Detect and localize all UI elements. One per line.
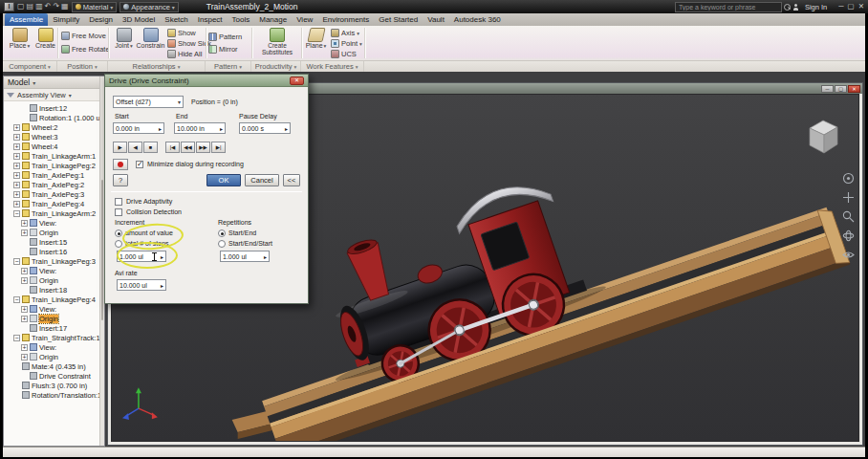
- go-to-end-button[interactable]: ▶|: [211, 142, 226, 153]
- drive-adaptivity-checkbox[interactable]: [115, 198, 122, 206]
- panel-label-work-features[interactable]: Work Features▾: [301, 61, 364, 72]
- collapse-icon[interactable]: −: [13, 335, 20, 341]
- tab-autodesk-360[interactable]: Autodesk 360: [449, 13, 506, 26]
- radio-total-of-steps[interactable]: total # of steps: [115, 238, 173, 249]
- tab-tools[interactable]: Tools: [228, 13, 255, 26]
- dialog-titlebar[interactable]: Drive (Drive Constraint) ✕: [105, 75, 308, 87]
- tree-item[interactable]: Rotation:1 (1.000 ul): [4, 113, 104, 122]
- search-input[interactable]: [675, 2, 782, 12]
- tree-item[interactable]: +Wheel:4: [4, 142, 104, 151]
- flyout-arrow-icon[interactable]: ▸: [161, 253, 163, 260]
- view-cube[interactable]: [801, 114, 845, 158]
- collapse-icon[interactable]: −: [13, 210, 20, 217]
- document-minimize-button[interactable]: ─: [821, 85, 834, 93]
- expand-icon[interactable]: +: [13, 163, 20, 169]
- save-icon[interactable]: ▥: [35, 2, 43, 11]
- pan-icon[interactable]: [842, 190, 855, 203]
- close-button[interactable]: ✕: [858, 1, 864, 12]
- expand-icon[interactable]: +: [21, 306, 28, 313]
- radio-start-end[interactable]: Start/End: [218, 228, 272, 238]
- material-dropdown[interactable]: Material ▾: [72, 2, 118, 12]
- browser-header[interactable]: Model ▾: [4, 76, 104, 89]
- panel-label-pattern[interactable]: Pattern▾: [206, 61, 251, 72]
- tree-item[interactable]: +Train_LinkageArm:1: [4, 151, 104, 161]
- collapse-icon[interactable]: −: [13, 296, 20, 303]
- expand-icon[interactable]: +: [21, 220, 28, 227]
- increment-value-input[interactable]: 1.000 ul▸: [117, 251, 166, 262]
- collapse-dialog-button[interactable]: <<: [283, 174, 300, 186]
- tree-item[interactable]: +Train_AxlePeg:3: [4, 189, 104, 199]
- tree-item[interactable]: −Train_LinkagePeg:3: [4, 256, 104, 266]
- maximize-button[interactable]: ▢: [848, 1, 855, 12]
- tree-item[interactable]: +Wheel:3: [4, 132, 104, 142]
- minimize-recording-checkbox[interactable]: [136, 161, 143, 168]
- tab-environments[interactable]: Environments: [317, 13, 374, 26]
- expand-icon[interactable]: +: [13, 172, 20, 179]
- offset-dropdown[interactable]: Offset (d27) ▾: [113, 96, 184, 108]
- tree-item[interactable]: Insert:17: [4, 323, 104, 333]
- tree-item[interactable]: −Train_StraightTrack:1: [4, 333, 104, 342]
- step-forward-button[interactable]: ▶▶: [196, 142, 210, 153]
- create-button[interactable]: Create: [33, 27, 58, 60]
- tree-item[interactable]: −Train_LinkageArm:2: [4, 208, 104, 218]
- pause-delay-input[interactable]: 0.000 s▸: [239, 122, 291, 134]
- tree-item[interactable]: Flush:3 (0.700 in): [4, 381, 104, 390]
- panel-label-relationships[interactable]: Relationships▾: [108, 61, 206, 72]
- sign-in-button[interactable]: Sign In: [805, 3, 827, 11]
- tab-design[interactable]: Design: [84, 13, 118, 26]
- ucs-button[interactable]: UCS: [331, 49, 357, 59]
- expand-icon[interactable]: +: [13, 124, 20, 131]
- avi-rate-input[interactable]: 10.000 ul▸: [117, 279, 166, 291]
- expand-icon[interactable]: +: [21, 316, 28, 322]
- app-logo-icon[interactable]: I: [4, 2, 14, 11]
- tree-item[interactable]: +View:: [4, 304, 104, 314]
- tree-item[interactable]: Mate:4 (0.435 in): [4, 361, 104, 371]
- play-reverse-button[interactable]: ◀: [128, 142, 142, 153]
- expand-icon[interactable]: +: [13, 153, 20, 160]
- play-forward-button[interactable]: ▶: [113, 142, 127, 153]
- zoom-icon[interactable]: [842, 209, 855, 222]
- orbit-icon[interactable]: [842, 229, 855, 241]
- record-button[interactable]: [113, 159, 128, 170]
- tab-assemble[interactable]: Assemble: [5, 13, 48, 26]
- tree-item[interactable]: Insert:15: [4, 237, 104, 247]
- tree-item[interactable]: +Train_AxlePeg:1: [4, 170, 104, 180]
- tree-item[interactable]: Insert:18: [4, 285, 104, 295]
- open-file-icon[interactable]: ▤: [27, 2, 34, 11]
- undo-icon[interactable]: ↶: [45, 2, 52, 11]
- dialog-close-icon[interactable]: ✕: [290, 76, 304, 85]
- start-input[interactable]: 0.000 in▸: [113, 122, 164, 134]
- expand-icon[interactable]: +: [13, 182, 20, 188]
- user-icon[interactable]: [792, 4, 799, 11]
- tree-item[interactable]: Insert:12: [4, 103, 104, 113]
- place-button[interactable]: Place▾: [7, 27, 33, 60]
- tree-item[interactable]: +Origin: [4, 228, 104, 237]
- tree-item[interactable]: Drive Constraint: [4, 371, 104, 381]
- expand-icon[interactable]: +: [13, 201, 20, 208]
- joint-button[interactable]: Joint▾: [111, 27, 137, 60]
- expand-icon[interactable]: +: [13, 191, 20, 198]
- redo-icon[interactable]: ↷: [53, 2, 59, 11]
- tree-item[interactable]: Rotation/Translation:1: [4, 390, 104, 400]
- hide-all-button[interactable]: Hide All: [167, 49, 202, 59]
- repetitions-value-input[interactable]: 1.000 ul▸: [220, 251, 270, 262]
- expand-icon[interactable]: +: [21, 344, 28, 351]
- search-icon[interactable]: [784, 4, 791, 11]
- stop-button[interactable]: ■: [143, 142, 158, 153]
- tab-3d-model[interactable]: 3D Model: [118, 13, 160, 26]
- tree-item[interactable]: +View:: [4, 342, 104, 352]
- minimize-button[interactable]: ─: [838, 1, 843, 12]
- flyout-arrow-icon[interactable]: ▸: [161, 282, 163, 289]
- show-button[interactable]: Show: [167, 28, 196, 38]
- tree-item[interactable]: +Origin: [4, 352, 104, 361]
- panel-label-productivity[interactable]: Productivity▾: [251, 61, 301, 72]
- free-rotate-button[interactable]: Free Rotate: [61, 44, 110, 55]
- tab-manage[interactable]: Manage: [254, 13, 292, 26]
- tree-item[interactable]: +Train_AxlePeg:4: [4, 199, 104, 208]
- steering-wheel-icon[interactable]: [842, 171, 855, 184]
- tree-item[interactable]: +Train_AxlePeg:2: [4, 180, 104, 189]
- browser-toolbar[interactable]: Assembly View ▾: [4, 89, 104, 101]
- new-file-icon[interactable]: ▢: [17, 2, 25, 11]
- step-back-button[interactable]: ◀◀: [181, 142, 195, 153]
- plane-button[interactable]: Plane▾: [303, 27, 329, 60]
